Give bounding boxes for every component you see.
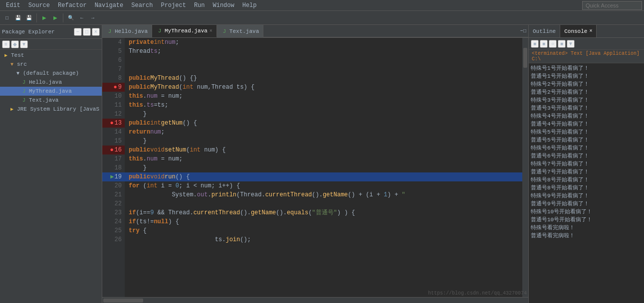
line-num-21: 21 <box>102 190 125 199</box>
tab-text-java[interactable]: J Text.java <box>217 25 263 37</box>
code-editor[interactable]: 45678●9101112●131415●161718▶192021222324… <box>102 38 528 297</box>
line-num-8: 8 <box>102 74 125 83</box>
console-line-13: 普通号7号开始看病了！ <box>531 168 642 176</box>
console-line-18: 特殊号10号开始看病了！ <box>531 208 642 216</box>
editor-maximize-btn[interactable]: □ <box>523 28 526 33</box>
toolbar-forward[interactable]: → <box>88 13 98 23</box>
tab-hello-java[interactable]: J Hello.java <box>102 25 152 37</box>
package-explorer-panel: Package Explorer − □ × ≡ ◆ ▼ ▶Test▼src▼(… <box>0 25 102 303</box>
menu-help[interactable]: Help <box>238 1 261 10</box>
menu-refactor[interactable]: Refactor <box>54 1 91 10</box>
tree-item-1[interactable]: ▼src <box>0 60 102 69</box>
console-line-16: 特殊号9号开始看病了！ <box>531 192 642 200</box>
toolbar-search[interactable]: 🔍 <box>66 13 76 23</box>
package-explorer-header: Package Explorer − □ × <box>0 25 102 39</box>
package-tree: ▶Test▼src▼(default package)JHello.javaJM… <box>0 50 102 303</box>
code-line-12: } <box>125 110 522 119</box>
line-num-25: 25 <box>102 226 125 235</box>
code-line-18: } <box>125 163 522 172</box>
line-num-9: ●9 <box>102 83 125 92</box>
code-line-23: if(i==9 && Thread.currentThread().getNam… <box>125 208 522 217</box>
console-line-15: 普通号8号开始看病了！ <box>531 184 642 192</box>
line-num-7: 7 <box>102 65 125 74</box>
tab-outline[interactable]: Outline <box>529 25 560 37</box>
code-line-21: System.out.println(Thread.currentThread(… <box>125 190 522 199</box>
code-line-5: Thread ts; <box>125 47 522 56</box>
tree-label-4: MyThread.java <box>29 88 72 94</box>
code-line-8: public MyThread() {} <box>125 74 522 83</box>
console-line-17: 普通号9号开始看病了！ <box>531 200 642 208</box>
toolbar-back[interactable]: ← <box>77 13 87 23</box>
code-line-17: this.num = num; <box>125 154 522 163</box>
tree-item-4[interactable]: JMyThread.java <box>0 87 102 96</box>
console-header: <terminated> Text [Java Application] C:\ <box>529 50 644 63</box>
console-line-14: 特殊号8号开始看病了！ <box>531 176 642 184</box>
outline-tab-label: Outline <box>533 28 556 34</box>
console-terminated-text: <terminated> <box>532 51 568 56</box>
toolbar-save[interactable]: 💾 <box>13 13 23 23</box>
menu-bar: Edit Source Refactor Navigate Search Pro… <box>0 0 644 11</box>
pe-maximize-btn[interactable]: □ <box>83 28 91 36</box>
toolbar-save-all[interactable]: 💾 <box>24 13 34 23</box>
console-line-9: 普通号5号开始看病了！ <box>531 136 642 144</box>
code-line-22 <box>125 199 522 208</box>
code-line-14: return num; <box>125 128 522 137</box>
pe-collapse-btn[interactable]: ≡ <box>2 40 10 48</box>
tree-item-3[interactable]: JHello.java <box>0 78 102 87</box>
java-file-icon: J <box>106 28 113 35</box>
pe-link-btn[interactable]: ◆ <box>11 40 19 48</box>
pe-close-btn[interactable]: × <box>92 28 100 36</box>
right-panel-tabs: Outline Console × <box>529 25 644 38</box>
quick-access-input[interactable] <box>582 1 642 10</box>
horizontal-scrollbar[interactable] <box>102 297 528 303</box>
tab-console[interactable]: Console × <box>560 25 597 37</box>
console-pin-btn[interactable]: ○ <box>549 40 557 48</box>
line-num-11: 11 <box>102 101 125 110</box>
tree-item-2[interactable]: ▼(default package) <box>0 69 102 78</box>
console-line-4: 特殊号3号开始看病了！ <box>531 96 642 104</box>
console-clear-btn[interactable]: ■ <box>531 40 539 48</box>
code-line-13: public int getNum() { <box>125 119 522 128</box>
editor-area: J Hello.java J MyThread.java × J Text.ja… <box>102 25 528 303</box>
right-panel: Outline Console × ■ ■ ○ ■ ▼ <terminated>… <box>528 25 644 303</box>
console-tab-close[interactable]: × <box>589 28 592 34</box>
h-scroll-thumb[interactable] <box>103 299 143 303</box>
tab-filler: − □ <box>263 25 528 37</box>
code-line-15: } <box>125 137 522 146</box>
tab-mythread-close[interactable]: × <box>210 28 213 34</box>
menu-project[interactable]: Project <box>157 1 190 10</box>
menu-window[interactable]: Window <box>209 1 238 10</box>
code-line-6 <box>125 56 522 65</box>
code-content[interactable]: private int num; Thread ts; public MyThr… <box>125 38 522 297</box>
pe-minimize-btn[interactable]: − <box>74 28 82 36</box>
editor-tabs: J Hello.java J MyThread.java × J Text.ja… <box>102 25 528 38</box>
menu-search[interactable]: Search <box>127 1 157 10</box>
menu-source[interactable]: Source <box>24 1 54 10</box>
tab-mythread-java[interactable]: J MyThread.java × <box>152 25 217 37</box>
tree-item-6[interactable]: ▶JRE System Library [JavaS <box>0 105 102 114</box>
line-num-14: 14 <box>102 128 125 137</box>
pe-menu-btn[interactable]: ▼ <box>20 40 28 48</box>
console-stop-btn[interactable]: ■ <box>540 40 548 48</box>
console-scroll-lock-btn[interactable]: ■ <box>558 40 566 48</box>
code-line-10: this.num = num; <box>125 92 522 101</box>
toolbar: □ 💾 💾 ▶ ▶ 🔍 ← → <box>0 11 644 25</box>
menu-run[interactable]: Run <box>190 1 209 10</box>
scrollbar-thumb[interactable] <box>523 48 527 68</box>
line-num-12: 12 <box>102 110 125 119</box>
toolbar-debug[interactable]: ▶ <box>50 13 60 23</box>
console-line-5: 普通号3号开始看病了！ <box>531 104 642 112</box>
console-menu-btn[interactable]: ▼ <box>567 40 575 48</box>
menu-edit[interactable]: Edit <box>2 1 24 10</box>
tree-item-0[interactable]: ▶Test <box>0 51 102 60</box>
tree-item-5[interactable]: JText.java <box>0 96 102 105</box>
menu-navigate[interactable]: Navigate <box>91 1 128 10</box>
vertical-scrollbar[interactable] <box>522 38 528 297</box>
console-output[interactable]: 特殊号1号开始看病了！普通号1号开始看病了！特殊号2号开始看病了！普通号2号开始… <box>529 63 644 303</box>
line-num-10: 10 <box>102 92 125 101</box>
console-tab-label: Console <box>564 28 587 34</box>
console-line-3: 普通号2号开始看病了！ <box>531 88 642 96</box>
toolbar-new[interactable]: □ <box>2 13 12 23</box>
tree-label-2: (default package) <box>23 70 79 76</box>
toolbar-run[interactable]: ▶ <box>39 13 49 23</box>
